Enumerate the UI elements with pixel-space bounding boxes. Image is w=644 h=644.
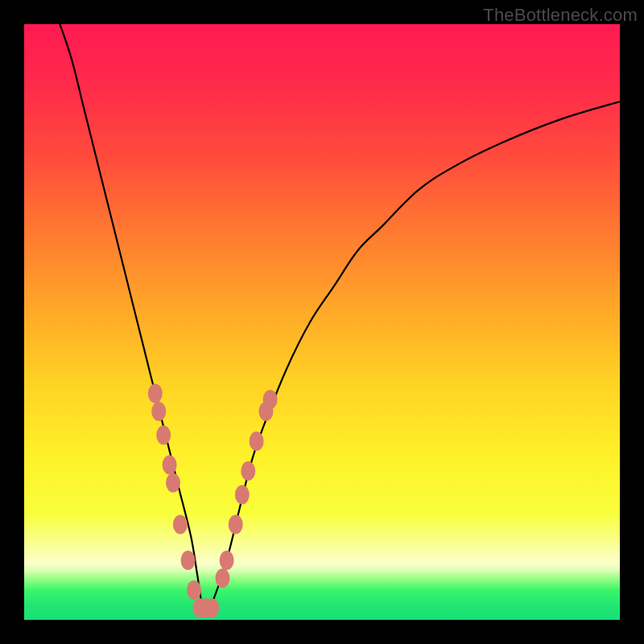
svg-rect-0 [24, 24, 620, 620]
plot-area [24, 24, 620, 620]
watermark-text: TheBottleneck.com [483, 5, 638, 26]
chart-frame: TheBottleneck.com [0, 0, 644, 644]
background-gradient [24, 24, 620, 620]
